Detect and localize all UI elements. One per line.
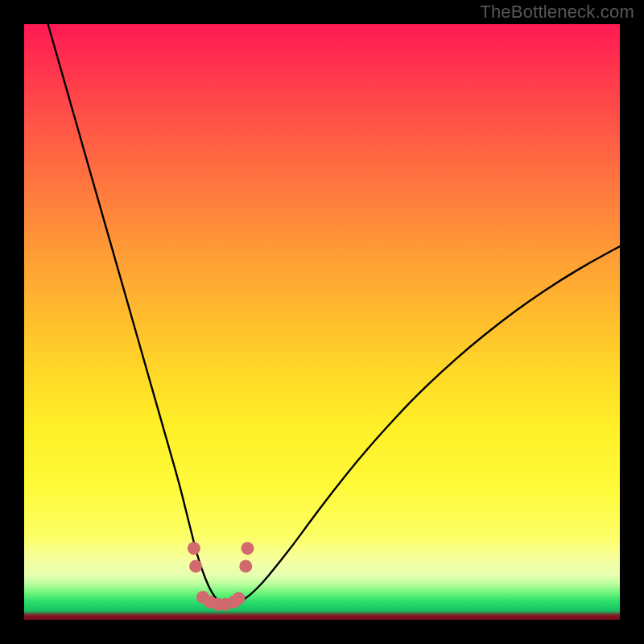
plot-area [24, 24, 620, 620]
scatter-point [189, 559, 202, 572]
scatter-point [239, 559, 252, 572]
chart-container: TheBottleneck.com [0, 0, 644, 644]
scatter-point [242, 542, 254, 555]
watermark-text: TheBottleneck.com [480, 2, 634, 23]
bottleneck-curve [24, 24, 620, 620]
scatter-point [188, 542, 200, 555]
scatter-points [188, 542, 254, 611]
scatter-point [232, 592, 245, 605]
curve-path [48, 24, 620, 605]
